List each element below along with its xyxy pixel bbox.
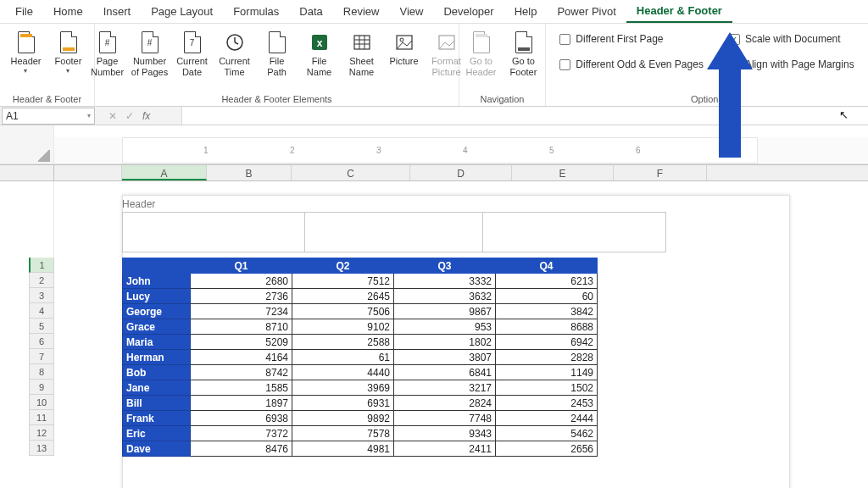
row-head-11[interactable]: 11 bbox=[29, 410, 54, 425]
data-cell[interactable]: 2411 bbox=[394, 441, 496, 457]
data-cell[interactable]: 1585 bbox=[191, 380, 292, 396]
data-cell[interactable]: 2680 bbox=[191, 274, 292, 289]
align-page-margins-checkbox[interactable]: ✓Align with Page Margins bbox=[729, 54, 854, 75]
data-cell[interactable]: 2828 bbox=[496, 350, 598, 365]
row-head-4[interactable]: 4 bbox=[29, 303, 54, 319]
row-name-cell[interactable]: Eric bbox=[123, 426, 191, 441]
data-cell[interactable]: 2736 bbox=[191, 289, 292, 304]
data-cell[interactable]: 61 bbox=[292, 350, 394, 365]
data-cell[interactable]: 3842 bbox=[496, 304, 598, 319]
data-cell[interactable]: 6841 bbox=[394, 365, 496, 380]
data-cell[interactable]: 3632 bbox=[394, 289, 496, 304]
data-cell[interactable]: 8476 bbox=[191, 441, 292, 457]
col-head-a[interactable]: A bbox=[122, 165, 207, 180]
th-blank[interactable] bbox=[123, 258, 191, 274]
data-cell[interactable]: 1802 bbox=[394, 335, 496, 350]
row-name-cell[interactable]: Lucy bbox=[123, 289, 191, 304]
col-head-c[interactable]: C bbox=[292, 165, 410, 180]
file-name-button[interactable]: x File Name bbox=[300, 27, 339, 80]
number-of-pages-button[interactable]: # Number of Pages bbox=[131, 27, 170, 80]
row-head-1[interactable]: 1 bbox=[29, 258, 54, 273]
name-box[interactable]: A1▾ bbox=[2, 108, 95, 125]
menu-tab-view[interactable]: View bbox=[389, 0, 433, 23]
th-q4[interactable]: Q4 bbox=[496, 258, 598, 274]
data-cell[interactable]: 1149 bbox=[496, 365, 598, 380]
menu-tab-header-footer[interactable]: Header & Footer bbox=[626, 0, 732, 23]
row-name-cell[interactable]: Maria bbox=[123, 335, 191, 350]
col-head-f[interactable]: F bbox=[614, 165, 707, 180]
data-cell[interactable]: 7512 bbox=[292, 274, 394, 289]
current-time-button[interactable]: Current Time bbox=[215, 27, 254, 80]
data-cell[interactable]: 1502 bbox=[496, 380, 598, 396]
data-cell[interactable]: 5462 bbox=[496, 426, 598, 441]
data-cell[interactable]: 2656 bbox=[496, 441, 598, 457]
row-head-9[interactable]: 9 bbox=[29, 380, 54, 395]
th-q3[interactable]: Q3 bbox=[394, 258, 496, 274]
th-q2[interactable]: Q2 bbox=[292, 258, 394, 274]
picture-button[interactable]: Picture bbox=[385, 27, 424, 69]
th-q1[interactable]: Q1 bbox=[191, 258, 292, 274]
header-button[interactable]: Header bbox=[7, 27, 46, 77]
goto-footer-button[interactable]: Go to Footer bbox=[504, 27, 543, 80]
data-cell[interactable]: 7234 bbox=[191, 304, 292, 319]
data-cell[interactable]: 6931 bbox=[292, 396, 394, 411]
data-cell[interactable]: 9867 bbox=[394, 304, 496, 319]
row-name-cell[interactable]: Bill bbox=[123, 396, 191, 411]
different-first-page-checkbox[interactable]: Different First Page bbox=[559, 29, 704, 49]
row-head-5[interactable]: 5 bbox=[29, 319, 54, 334]
row-head-10[interactable]: 10 bbox=[29, 395, 54, 410]
data-cell[interactable]: 6938 bbox=[191, 411, 292, 426]
data-cell[interactable]: 8742 bbox=[191, 365, 292, 380]
menu-tab-insert[interactable]: Insert bbox=[93, 0, 142, 23]
menu-tab-power-pivot[interactable]: Power Pivot bbox=[547, 0, 626, 23]
data-cell[interactable]: 9343 bbox=[394, 426, 496, 441]
current-date-button[interactable]: 7 Current Date bbox=[173, 27, 212, 80]
row-name-cell[interactable]: Grace bbox=[123, 319, 191, 335]
scale-with-document-checkbox[interactable]: ✓Scale with Document bbox=[729, 29, 854, 49]
menu-tab-home[interactable]: Home bbox=[43, 0, 93, 23]
menu-tab-formulas[interactable]: Formulas bbox=[223, 0, 289, 23]
data-cell[interactable]: 2824 bbox=[394, 396, 496, 411]
data-cell[interactable]: 6942 bbox=[496, 335, 598, 350]
data-cell[interactable]: 2444 bbox=[496, 411, 598, 426]
data-cell[interactable]: 953 bbox=[394, 319, 496, 335]
data-cell[interactable]: 3332 bbox=[394, 274, 496, 289]
data-cell[interactable]: 4981 bbox=[292, 441, 394, 457]
data-cell[interactable]: 7506 bbox=[292, 304, 394, 319]
row-name-cell[interactable]: George bbox=[123, 304, 191, 319]
col-head-d[interactable]: D bbox=[410, 165, 512, 180]
header-left-box[interactable] bbox=[122, 212, 305, 252]
page-number-button[interactable]: # Page Number bbox=[88, 27, 127, 80]
menu-tab-developer[interactable]: Developer bbox=[433, 0, 504, 23]
row-name-cell[interactable]: John bbox=[123, 274, 191, 289]
different-odd-even-checkbox[interactable]: Different Odd & Even Pages bbox=[559, 54, 704, 75]
data-cell[interactable]: 4164 bbox=[191, 350, 292, 365]
data-cell[interactable]: 3217 bbox=[394, 380, 496, 396]
data-cell[interactable]: 6213 bbox=[496, 274, 598, 289]
data-cell[interactable]: 2645 bbox=[292, 289, 394, 304]
data-cell[interactable]: 7578 bbox=[292, 426, 394, 441]
row-head-3[interactable]: 3 bbox=[29, 288, 54, 303]
row-head-8[interactable]: 8 bbox=[29, 364, 54, 380]
menu-tab-page-layout[interactable]: Page Layout bbox=[141, 0, 223, 23]
header-center-box[interactable] bbox=[305, 212, 483, 252]
row-name-cell[interactable]: Bob bbox=[123, 365, 191, 380]
formula-input[interactable] bbox=[181, 107, 868, 125]
file-path-button[interactable]: File Path bbox=[258, 27, 297, 80]
row-name-cell[interactable]: Frank bbox=[123, 411, 191, 426]
row-name-cell[interactable]: Dave bbox=[123, 441, 191, 457]
col-head-b[interactable]: B bbox=[207, 165, 292, 180]
col-head-e[interactable]: E bbox=[512, 165, 614, 180]
data-cell[interactable]: 9102 bbox=[292, 319, 394, 335]
menu-tab-help[interactable]: Help bbox=[504, 0, 548, 23]
data-cell[interactable]: 4440 bbox=[292, 365, 394, 380]
row-name-cell[interactable]: Herman bbox=[123, 350, 191, 365]
data-cell[interactable]: 8688 bbox=[496, 319, 598, 335]
row-name-cell[interactable]: Jane bbox=[123, 380, 191, 396]
data-cell[interactable]: 9892 bbox=[292, 411, 394, 426]
row-head-7[interactable]: 7 bbox=[29, 349, 54, 364]
menu-tab-review[interactable]: Review bbox=[333, 0, 390, 23]
header-right-box[interactable] bbox=[483, 212, 666, 252]
menu-tab-data[interactable]: Data bbox=[289, 0, 332, 23]
row-head-6[interactable]: 6 bbox=[29, 334, 54, 349]
